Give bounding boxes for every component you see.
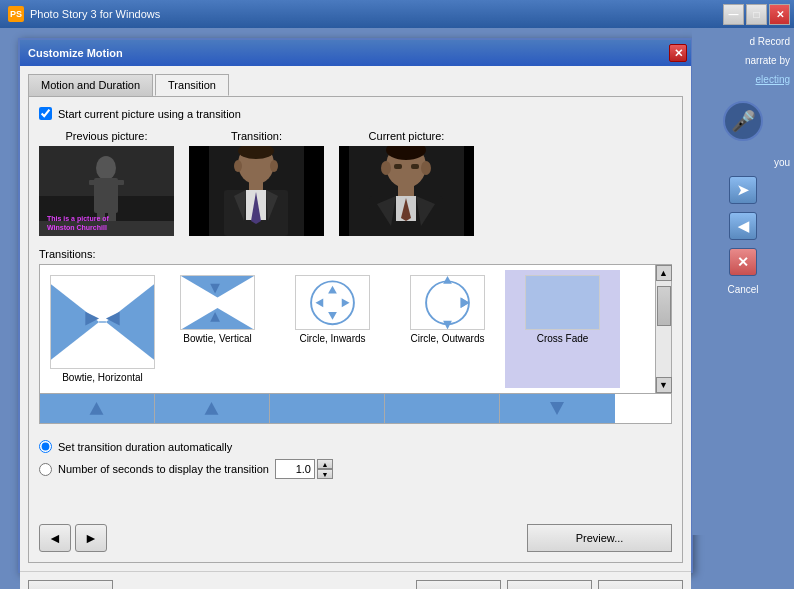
current-picture-label: Current picture: — [369, 130, 445, 142]
previous-picture-frame: This is a picture of Winston Churchill — [39, 146, 174, 236]
right-panel-you-text: you — [696, 157, 790, 168]
svg-point-2 — [96, 156, 116, 180]
transition-preview-container: Transition: — [189, 130, 324, 236]
transition-bowtie-h-name: Bowtie, Horizontal — [62, 372, 143, 383]
svg-rect-48 — [296, 276, 369, 330]
svg-text:This is a picture of: This is a picture of — [47, 215, 110, 223]
seconds-input[interactable] — [275, 459, 315, 479]
microphone-button[interactable]: 🎤 — [723, 101, 763, 141]
trans-partial-1 — [40, 394, 155, 424]
app-icon: PS — [8, 6, 24, 22]
svg-rect-60 — [526, 276, 599, 330]
transitions-row2 — [39, 394, 672, 424]
titlebar-controls: — □ ✕ — [723, 4, 790, 25]
transition-circle-out[interactable]: Circle, Outwards — [390, 270, 505, 388]
current-picture-svg — [339, 146, 474, 236]
transition-checkbox-row: Start current picture using a transition — [39, 107, 672, 120]
scroll-track — [656, 281, 671, 377]
reset-button[interactable]: Reset — [507, 580, 592, 589]
previous-picture-svg: This is a picture of Winston Churchill — [39, 146, 174, 236]
maximize-button[interactable]: □ — [746, 4, 767, 25]
duration-section: Set transition duration automatically Nu… — [39, 440, 672, 479]
help-button[interactable]: Help — [28, 580, 113, 589]
right-panel: d Record narrate by electing 🎤 you ➤ ◀ ✕… — [692, 28, 794, 535]
transition-circle-in-name: Circle, Inwards — [299, 333, 365, 344]
trans-partial-5 — [500, 394, 615, 424]
save-button[interactable]: Save — [416, 580, 501, 589]
right-arrow-button[interactable]: ➤ — [729, 176, 757, 204]
scroll-thumb[interactable] — [657, 286, 671, 326]
right-panel-link[interactable]: electing — [696, 74, 790, 85]
close-button[interactable]: Close — [598, 580, 683, 589]
duration-manual-label: Number of seconds to display the transit… — [58, 463, 269, 475]
spin-up-button[interactable]: ▲ — [317, 459, 333, 469]
svg-rect-15 — [249, 181, 263, 191]
transition-circle-in[interactable]: Circle, Inwards — [275, 270, 390, 388]
svg-point-33 — [381, 161, 391, 175]
svg-rect-5 — [112, 180, 124, 185]
tab-transition[interactable]: Transition — [155, 74, 229, 96]
transition-checkbox-label: Start current picture using a transition — [58, 108, 241, 120]
duration-auto-row: Set transition duration automatically — [39, 440, 672, 453]
dialog-close-button[interactable]: ✕ — [669, 44, 687, 62]
nav-preview-row: ◄ ► Preview... — [39, 516, 672, 552]
nav-prev-button[interactable]: ◄ — [39, 524, 71, 552]
svg-rect-4 — [89, 180, 101, 185]
cancel-link[interactable]: Cancel — [727, 284, 758, 295]
transition-picture-frame — [189, 146, 324, 236]
transition-circle-out-thumb — [410, 275, 485, 330]
pictures-row: Previous picture: — [39, 130, 672, 236]
svg-point-34 — [421, 161, 431, 175]
transitions-section: Transitions: — [39, 248, 672, 424]
svg-rect-66 — [385, 397, 499, 422]
seconds-input-container: ▲ ▼ — [275, 459, 333, 479]
transition-bowtie-h[interactable]: Bowtie, Horizontal — [45, 270, 160, 388]
right-back-button[interactable]: ◀ — [729, 212, 757, 240]
bottom-btns-right: Save Reset Close — [416, 580, 683, 589]
transition-circle-in-thumb — [295, 275, 370, 330]
transitions-grid-container: Bowtie, Horizontal — [39, 264, 672, 394]
dialog-titlebar: Customize Motion ✕ — [20, 40, 691, 66]
preview-button[interactable]: Preview... — [527, 524, 672, 552]
previous-picture-container: Previous picture: — [39, 130, 174, 236]
nav-next-button[interactable]: ► — [75, 524, 107, 552]
dialog-content: Motion and Duration Transition Start cur… — [20, 66, 691, 571]
transitions-label: Transitions: — [39, 248, 672, 260]
current-picture-container: Current picture: — [339, 130, 474, 236]
duration-manual-radio[interactable] — [39, 463, 52, 476]
transition-cross-fade[interactable]: Cross Fade — [505, 270, 620, 388]
right-panel-text2: narrate by — [696, 55, 790, 66]
right-x-button[interactable]: ✕ — [729, 248, 757, 276]
minimize-button[interactable]: — — [723, 4, 744, 25]
close-app-button[interactable]: ✕ — [769, 4, 790, 25]
transitions-grid: Bowtie, Horizontal — [40, 265, 655, 393]
transition-panel: Start current picture using a transition… — [28, 96, 683, 563]
duration-auto-label: Set transition duration automatically — [58, 441, 232, 453]
nav-arrows: ◄ ► — [39, 524, 107, 552]
trans-partial-3 — [270, 394, 385, 424]
svg-text:Winston Churchill: Winston Churchill — [47, 224, 107, 231]
customize-motion-dialog: Customize Motion ✕ Motion and Duration T… — [18, 38, 693, 573]
transition-bowtie-v-name: Bowtie, Vertical — [183, 333, 251, 344]
previous-picture-label: Previous picture: — [66, 130, 148, 142]
svg-rect-65 — [270, 397, 384, 422]
transition-bowtie-v-thumb — [180, 275, 255, 330]
transition-bowtie-v[interactable]: Bowtie, Vertical — [160, 270, 275, 388]
svg-rect-35 — [394, 164, 402, 169]
scroll-down-button[interactable]: ▼ — [656, 377, 672, 393]
transitions-scrollbar: ▲ ▼ — [655, 265, 671, 393]
bottom-buttons-bar: Help Save Reset Close — [20, 571, 691, 589]
current-picture-frame — [339, 146, 474, 236]
tab-motion-duration[interactable]: Motion and Duration — [28, 74, 153, 96]
app-titlebar: PS Photo Story 3 for Windows — □ ✕ — [0, 0, 794, 28]
svg-rect-36 — [411, 164, 419, 169]
dialog-title: Customize Motion — [28, 47, 123, 59]
transition-cross-fade-thumb — [525, 275, 600, 330]
spin-buttons: ▲ ▼ — [317, 459, 333, 479]
app-title: Photo Story 3 for Windows — [30, 8, 160, 20]
duration-auto-radio[interactable] — [39, 440, 52, 453]
scroll-up-button[interactable]: ▲ — [656, 265, 672, 281]
spin-down-button[interactable]: ▼ — [317, 469, 333, 479]
transition-checkbox[interactable] — [39, 107, 52, 120]
trans-partial-2 — [155, 394, 270, 424]
